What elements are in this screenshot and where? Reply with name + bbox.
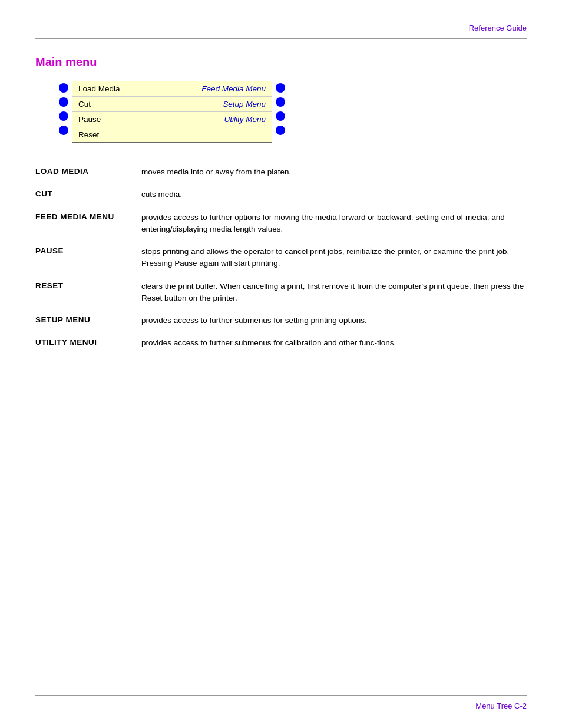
left-dots-column: [59, 81, 68, 137]
def-cut: cuts media.: [141, 189, 527, 200]
menu-item-reset: Reset: [78, 130, 99, 139]
menu-row-cut: Cut Setup Menu: [72, 97, 272, 112]
dot-right-setup: [276, 97, 285, 107]
desc-reset: RESET clears the print buffer. When canc…: [35, 281, 527, 305]
def-load-media: moves media into or away from the platen…: [141, 166, 527, 178]
dot-right-feed-media: [276, 83, 285, 93]
top-divider: [35, 38, 527, 39]
def-reset: clears the print buffer. When cancelling…: [141, 281, 527, 305]
term-reset: RESET: [35, 281, 141, 290]
description-list: LOAD MEDIA moves media into or away from…: [35, 166, 527, 360]
right-dots-column: [276, 81, 285, 137]
dot-reset: [59, 126, 68, 135]
desc-feed-media-menu: FEED MEDIA MENU provides access to furth…: [35, 212, 527, 236]
dot-right-reset: [276, 126, 285, 135]
term-feed-media-menu: FEED MEDIA MENU: [35, 212, 141, 221]
page-title: Main menu: [35, 55, 527, 69]
desc-pause: PAUSE stops printing and allows the oper…: [35, 246, 527, 270]
menu-box: Load Media Feed Media Menu Cut Setup Men…: [72, 81, 272, 143]
dot-load-media: [59, 83, 68, 93]
term-setup-menu: SETUP MENU: [35, 315, 141, 324]
menu-row-pause: Pause Utility Menu: [72, 112, 272, 127]
menu-link-setup-menu: Setup Menu: [223, 100, 266, 108]
dot-right-utility: [276, 111, 285, 121]
term-cut: CUT: [35, 189, 141, 198]
def-utility-menu: provides access to further submenus for …: [141, 337, 527, 349]
dot-cut: [59, 97, 68, 107]
def-pause: stops printing and allows the operator t…: [141, 246, 527, 270]
menu-item-pause: Pause: [78, 115, 101, 124]
desc-load-media: LOAD MEDIA moves media into or away from…: [35, 166, 527, 178]
menu-diagram: Load Media Feed Media Menu Cut Setup Men…: [59, 81, 527, 143]
desc-setup-menu: SETUP MENU provides access to further su…: [35, 315, 527, 327]
term-load-media: LOAD MEDIA: [35, 166, 141, 176]
def-setup-menu: provides access to further submenus for …: [141, 315, 527, 327]
menu-link-feed-media: Feed Media Menu: [201, 84, 266, 93]
menu-item-load-media: Load Media: [78, 84, 120, 93]
footer: Menu Tree C-2: [35, 701, 527, 728]
bottom-divider: [35, 695, 527, 696]
desc-cut: CUT cuts media.: [35, 189, 527, 200]
desc-utility-menu: UTILITY MENUI provides access to further…: [35, 337, 527, 349]
menu-row-reset: Reset: [72, 127, 272, 142]
dot-pause: [59, 111, 68, 121]
footer-text: Menu Tree C-2: [475, 701, 527, 710]
menu-row-load-media: Load Media Feed Media Menu: [72, 81, 272, 97]
term-utility-menu: UTILITY MENUI: [35, 337, 141, 347]
term-pause: PAUSE: [35, 246, 141, 255]
def-feed-media-menu: provides access to further options for m…: [141, 212, 527, 236]
menu-link-utility-menu: Utility Menu: [224, 115, 266, 124]
header-title: Reference Guide: [469, 24, 527, 32]
menu-item-cut: Cut: [78, 100, 91, 108]
